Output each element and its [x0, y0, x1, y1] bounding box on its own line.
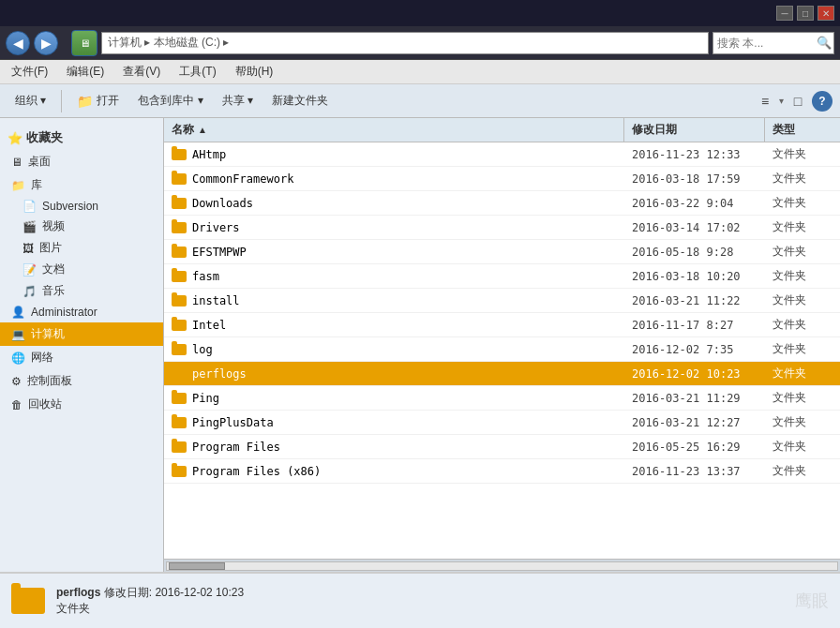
file-date-cell: 2016-11-17 8:27: [624, 317, 765, 334]
search-icon[interactable]: 🔍: [815, 32, 833, 54]
file-date-cell: 2016-03-14 17:02: [624, 219, 765, 236]
organize-button[interactable]: 组织 ▾: [8, 89, 53, 112]
file-name-text: Ping: [192, 392, 219, 405]
sidebar-item-network[interactable]: 🌐 网络: [0, 346, 163, 369]
file-date-cell: 2016-11-23 13:37: [624, 463, 765, 480]
up-button[interactable]: 🖥: [71, 30, 98, 56]
file-list: AHtmp2016-11-23 12:33文件夹CommonFramework2…: [164, 142, 840, 559]
sidebar-item-desktop[interactable]: 🖥 桌面: [0, 150, 163, 173]
back-button[interactable]: ◀: [6, 31, 30, 55]
picture-label: 图片: [39, 240, 62, 256]
share-button[interactable]: 共享 ▾: [215, 89, 261, 112]
table-row[interactable]: CommonFramework2016-03-18 17:59文件夹: [164, 167, 840, 191]
menu-bar: 文件(F) 编辑(E) 查看(V) 工具(T) 帮助(H): [0, 60, 840, 84]
file-name-text: Drivers: [192, 221, 240, 234]
status-name: perflogs: [56, 586, 100, 599]
computer-label: 计算机: [31, 326, 65, 342]
include-button[interactable]: 包含到库中 ▾: [130, 89, 210, 112]
organize-label: 组织 ▾: [15, 93, 46, 109]
table-row[interactable]: log2016-12-02 7:35文件夹: [164, 337, 840, 362]
address-bar: ◀ ▶ 🖥 计算机 ▸ 本地磁盘 (C:) ▸ 🔍: [0, 26, 840, 60]
sidebar-item-doc[interactable]: 📝 文档: [0, 259, 163, 280]
path-text: 计算机 ▸ 本地磁盘 (C:) ▸: [108, 35, 229, 51]
file-name-cell: fasm: [164, 268, 624, 285]
doc-icon: 📝: [22, 263, 37, 277]
status-date-text: 修改日期:: [104, 586, 152, 599]
table-row[interactable]: Drivers2016-03-14 17:02文件夹: [164, 216, 840, 240]
sidebar-item-library[interactable]: 📁 库: [0, 173, 163, 197]
sidebar-item-subversion[interactable]: 📄 Subversion: [0, 197, 163, 216]
table-row[interactable]: Program Files2016-05-25 16:29文件夹: [164, 435, 840, 459]
table-row[interactable]: Program Files (x86)2016-11-23 13:37文件夹: [164, 459, 840, 484]
pane-icon-button[interactable]: □: [786, 89, 810, 113]
table-row[interactable]: AHtmp2016-11-23 12:33文件夹: [164, 142, 840, 167]
sidebar-item-picture[interactable]: 🖼 图片: [0, 237, 163, 259]
recycle-icon: 🗑: [11, 398, 22, 411]
status-bar: perflogs 修改日期: 2016-12-02 10:23 文件夹 鹰眼: [0, 572, 840, 628]
file-name-cell: Program Files: [164, 439, 624, 456]
close-button[interactable]: ✕: [818, 6, 834, 21]
table-row[interactable]: fasm2016-03-18 10:20文件夹: [164, 264, 840, 289]
table-row[interactable]: Downloads2016-03-22 9:04文件夹: [164, 191, 840, 216]
menu-file[interactable]: 文件(F): [8, 62, 52, 82]
table-row[interactable]: EFSTMPWP2016-05-18 9:28文件夹: [164, 240, 840, 264]
table-row[interactable]: install2016-03-21 11:22文件夹: [164, 289, 840, 313]
folder-icon: [172, 271, 187, 282]
sidebar-item-recycle[interactable]: 🗑 回收站: [0, 393, 163, 416]
horizontal-scrollbar[interactable]: [164, 559, 840, 572]
desktop-icon: 🖥: [11, 156, 22, 169]
table-row[interactable]: perflogs2016-12-02 10:23文件夹: [164, 362, 840, 386]
sidebar-item-control[interactable]: ⚙ 控制面板: [0, 369, 163, 393]
search-input[interactable]: [713, 37, 815, 50]
folder-icon: [172, 198, 187, 209]
scroll-track[interactable]: [166, 561, 838, 571]
file-name-text: Program Files: [192, 441, 280, 454]
search-box[interactable]: 🔍: [712, 32, 834, 54]
menu-tools[interactable]: 工具(T): [175, 62, 219, 82]
forward-button[interactable]: ▶: [34, 31, 58, 55]
music-icon: 🎵: [22, 285, 37, 298]
table-row[interactable]: PingPlusData2016-03-21 12:27文件夹: [164, 411, 840, 435]
menu-edit[interactable]: 编辑(E): [63, 62, 108, 82]
col-type-header[interactable]: 类型: [765, 118, 840, 142]
menu-help[interactable]: 帮助(H): [232, 62, 278, 82]
title-bar: ─ □ ✕: [0, 0, 840, 26]
toolbar: 组织 ▾ 📁 打开 包含到库中 ▾ 共享 ▾ 新建文件夹 ≡ ▾ □ ?: [0, 84, 840, 118]
doc-label: 文档: [42, 262, 65, 277]
file-type-cell: 文件夹: [765, 437, 840, 456]
desktop-label: 桌面: [28, 154, 51, 170]
sidebar-item-music[interactable]: 🎵 音乐: [0, 280, 163, 302]
col-name-header[interactable]: 名称 ▲: [164, 118, 624, 142]
control-label: 控制面板: [27, 373, 72, 389]
favorites-section[interactable]: ⭐ 收藏夹: [0, 126, 163, 150]
file-type-cell: 文件夹: [765, 242, 840, 262]
col-date-header[interactable]: 修改日期: [624, 118, 765, 142]
view-dropdown-icon[interactable]: ▾: [779, 96, 784, 106]
scroll-thumb[interactable]: [169, 562, 225, 570]
maximize-button[interactable]: □: [797, 6, 814, 21]
open-button[interactable]: 📁 打开: [69, 89, 127, 112]
help-icon-button[interactable]: ?: [812, 91, 832, 112]
table-row[interactable]: Intel2016-11-17 8:27文件夹: [164, 313, 840, 337]
sort-icon: ▲: [198, 125, 207, 135]
admin-icon: 👤: [11, 306, 25, 319]
view-icon-button[interactable]: ≡: [753, 89, 777, 113]
picture-icon: 🖼: [22, 242, 34, 255]
file-name-text: log: [192, 343, 213, 356]
table-row[interactable]: Ping2016-03-21 11:29文件夹: [164, 386, 840, 411]
subversion-icon: 📄: [22, 200, 37, 213]
new-folder-button[interactable]: 新建文件夹: [264, 89, 336, 112]
menu-view[interactable]: 查看(V): [119, 62, 164, 82]
file-type-cell: 文件夹: [765, 315, 840, 335]
status-folder-icon: [11, 588, 45, 614]
sidebar-item-admin[interactable]: 👤 Administrator: [0, 302, 163, 322]
file-date-cell: 2016-12-02 7:35: [624, 341, 765, 358]
music-label: 音乐: [42, 283, 65, 299]
sidebar-item-computer[interactable]: 💻 计算机: [0, 322, 163, 346]
computer-icon: 💻: [11, 328, 25, 341]
minimize-button[interactable]: ─: [776, 6, 793, 21]
sidebar-item-video[interactable]: 🎬 视频: [0, 216, 163, 237]
address-path[interactable]: 计算机 ▸ 本地磁盘 (C:) ▸: [101, 32, 709, 54]
folder-icon: [172, 173, 187, 185]
file-name-text: Downloads: [192, 197, 253, 210]
